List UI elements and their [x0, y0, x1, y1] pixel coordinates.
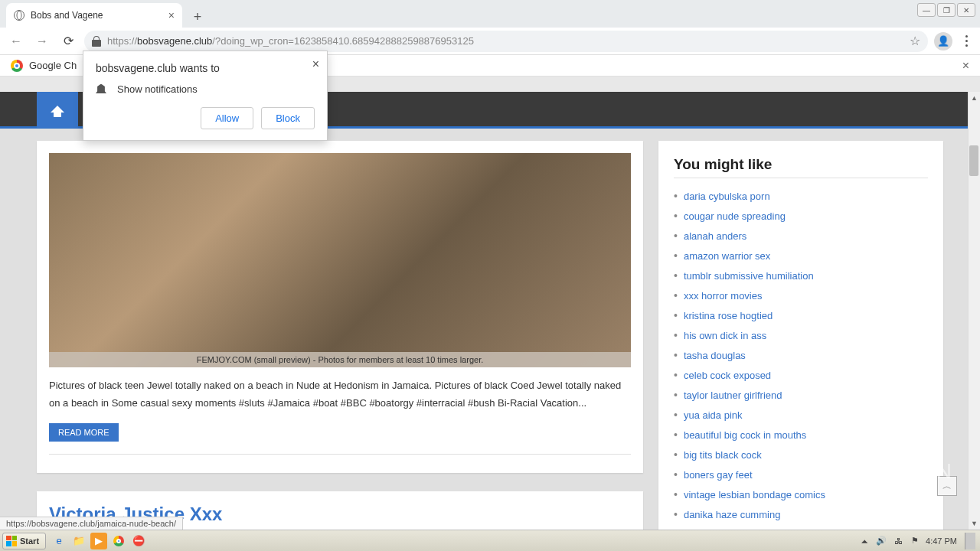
- sidebar-item: beautiful big cock in mouths: [674, 425, 928, 445]
- minimize-button[interactable]: —: [917, 3, 936, 17]
- sidebar-item: vintage lesbian bondage comics: [674, 484, 928, 504]
- allow-button[interactable]: Allow: [201, 107, 253, 129]
- dialog-close-icon[interactable]: ×: [312, 57, 319, 71]
- close-window-button[interactable]: ✕: [957, 3, 975, 17]
- back-button[interactable]: ←: [6, 31, 26, 51]
- sidebar-link[interactable]: yua aida pink: [684, 409, 743, 421]
- bookmark-item[interactable]: Google Ch: [29, 60, 77, 71]
- read-more-button[interactable]: READ MORE: [49, 423, 119, 442]
- address-bar[interactable]: https://bobsvagene.club/?doing_wp_cron=1…: [84, 31, 928, 52]
- sidebar-item: big tits black cock: [674, 445, 928, 465]
- lock-icon: [92, 36, 101, 47]
- scroll-thumb[interactable]: [969, 145, 978, 176]
- page-viewport: FEMJOY.COM (small preview) - Photos for …: [0, 92, 980, 530]
- taskbar-icons: e 📁 ▶ ⛔: [51, 533, 147, 549]
- window-controls: — ❐ ✕: [917, 3, 975, 17]
- profile-avatar[interactable]: 👤: [934, 32, 952, 51]
- tab-strip: Bobs and Vagene × + — ❐ ✕: [0, 0, 980, 28]
- sidebar-link[interactable]: xxx horror movies: [684, 290, 763, 302]
- maximize-button[interactable]: ❐: [937, 3, 956, 17]
- home-icon: [51, 106, 64, 112]
- sidebar-title: You might like: [674, 156, 928, 178]
- home-button[interactable]: [37, 92, 78, 128]
- article-card: FEMJOY.COM (small preview) - Photos for …: [37, 141, 643, 473]
- scroll-down-icon[interactable]: ▼: [969, 517, 980, 530]
- article-image[interactable]: FEMJOY.COM (small preview) - Photos for …: [49, 153, 631, 367]
- sidebar-link[interactable]: alanah anders: [684, 230, 746, 242]
- sidebar-item: amazon warrior sex: [674, 246, 928, 266]
- sidebar-link[interactable]: boners gay feet: [684, 469, 753, 481]
- sidebar-link[interactable]: tasha douglas: [684, 350, 746, 361]
- divider: [49, 454, 631, 455]
- flag-icon[interactable]: ⚑: [909, 535, 921, 547]
- sidebar-item: taylor lautner girlfriend: [674, 385, 928, 405]
- ie-icon[interactable]: e: [51, 533, 67, 549]
- menu-button[interactable]: [959, 35, 974, 47]
- start-button[interactable]: Start: [2, 533, 46, 549]
- sidebar-link[interactable]: beautiful big cock in mouths: [684, 429, 806, 441]
- back-to-top-button[interactable]: ︿: [937, 476, 957, 496]
- taskbar: Start e 📁 ▶ ⛔ ⏶ 🔊 🖧 ⚑ 4:47 PM: [0, 530, 980, 551]
- sidebar-link[interactable]: vintage lesbian bondage comics: [684, 489, 825, 500]
- sidebar-item: kristina rose hogtied: [674, 305, 928, 325]
- volume-icon[interactable]: 🔊: [875, 535, 887, 547]
- article-excerpt: Pictures of black teen Jewel totally nak…: [49, 377, 631, 412]
- sidebar-item: reed college renn fayre: [674, 524, 928, 530]
- reload-button[interactable]: ⟳: [58, 31, 78, 51]
- sidebar-item: yua aida pink: [674, 405, 928, 425]
- chrome-taskbar-icon[interactable]: [110, 533, 127, 549]
- sidebar-item: danika haze cumming: [674, 504, 928, 524]
- bookmark-star-icon[interactable]: ☆: [910, 34, 920, 48]
- sidebar-link[interactable]: tumblr submissive humiliation: [684, 270, 814, 282]
- network-icon[interactable]: 🖧: [892, 535, 904, 547]
- sidebar-link[interactable]: his own dick in ass: [684, 330, 766, 341]
- sidebar-item: alanah anders: [674, 226, 928, 246]
- system-tray: ⏶ 🔊 🖧 ⚑ 4:47 PM: [858, 533, 980, 549]
- block-button[interactable]: Block: [261, 107, 315, 129]
- browser-tab[interactable]: Bobs and Vagene ×: [6, 3, 182, 28]
- sidebar-link[interactable]: kristina rose hogtied: [684, 310, 773, 321]
- sidebar-item: cougar nude spreading: [674, 206, 928, 226]
- bell-icon: [96, 84, 106, 95]
- sidebar-item: daria cybulska porn: [674, 186, 928, 206]
- sidebar-link[interactable]: danika haze cumming: [684, 509, 780, 520]
- sidebar-item: tasha douglas: [674, 345, 928, 365]
- sidebar-link[interactable]: daria cybulska porn: [684, 191, 770, 202]
- tab-title: Bobs and Vagene: [31, 10, 103, 21]
- sidebar-item: tumblr submissive humiliation: [674, 266, 928, 285]
- new-tab-button[interactable]: +: [187, 6, 208, 28]
- windows-flag-icon: [6, 536, 17, 546]
- infobar-close-icon[interactable]: ×: [962, 59, 969, 73]
- tab-close-icon[interactable]: ×: [168, 9, 175, 21]
- vertical-scrollbar[interactable]: ▲ ▼: [968, 92, 980, 530]
- media-player-icon[interactable]: ▶: [90, 533, 107, 549]
- url-text: https://bobsvagene.club/?doing_wp_cron=1…: [107, 35, 474, 47]
- forward-button[interactable]: →: [32, 31, 52, 51]
- sidebar-link[interactable]: big tits black cock: [684, 449, 762, 461]
- sidebar-item: boners gay feet: [674, 465, 928, 484]
- dialog-title: bobsvagene.club wants to: [96, 62, 315, 74]
- sidebar-item: xxx horror movies: [674, 285, 928, 305]
- main-column: FEMJOY.COM (small preview) - Photos for …: [37, 141, 643, 530]
- permission-row: Show notifications: [96, 83, 315, 95]
- permission-text: Show notifications: [117, 83, 198, 95]
- shield-icon[interactable]: ⛔: [130, 533, 147, 549]
- taskbar-clock[interactable]: 4:47 PM: [926, 536, 957, 546]
- start-label: Start: [20, 536, 39, 546]
- sidebar-list: daria cybulska porncougar nude spreading…: [674, 186, 928, 530]
- image-caption-strip: FEMJOY.COM (small preview) - Photos for …: [49, 352, 631, 367]
- expand-tray-icon[interactable]: ⏶: [858, 535, 871, 547]
- sidebar-link[interactable]: celeb cock exposed: [684, 370, 771, 381]
- scroll-up-icon[interactable]: ▲: [969, 92, 980, 104]
- chrome-icon: [11, 60, 23, 72]
- show-desktop-button[interactable]: [965, 533, 975, 549]
- page-body: FEMJOY.COM (small preview) - Photos for …: [0, 129, 980, 530]
- notification-permission-dialog: × bobsvagene.club wants to Show notifica…: [83, 51, 328, 141]
- sidebar-link[interactable]: amazon warrior sex: [684, 250, 770, 262]
- sidebar-link[interactable]: taylor lautner girlfriend: [684, 390, 782, 401]
- sidebar-item: his own dick in ass: [674, 325, 928, 345]
- globe-icon: [14, 10, 24, 21]
- sidebar-item: celeb cock exposed: [674, 365, 928, 385]
- explorer-icon[interactable]: 📁: [70, 533, 87, 549]
- sidebar-link[interactable]: cougar nude spreading: [684, 210, 786, 222]
